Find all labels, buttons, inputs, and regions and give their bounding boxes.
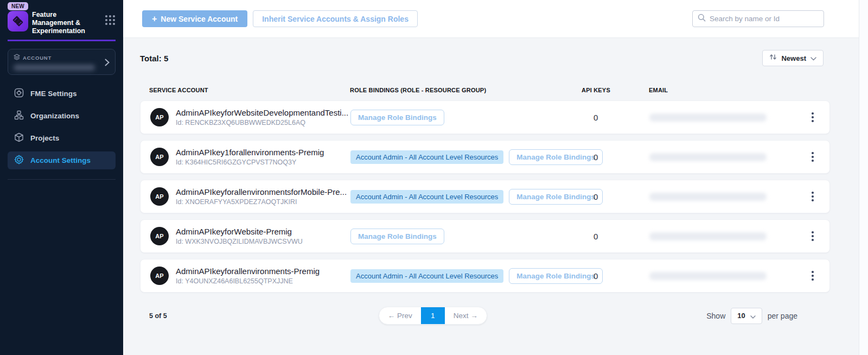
row-menu-kebab-icon[interactable] bbox=[803, 269, 822, 283]
sidebar-item-label: Account Settings bbox=[30, 156, 91, 164]
fme-logo-icon bbox=[8, 11, 28, 31]
sidebar-item-label: Organizations bbox=[30, 112, 79, 120]
right-edge-panel bbox=[859, 0, 868, 355]
chevron-right-icon bbox=[105, 59, 110, 68]
new-service-account-button[interactable]: + New Service Account bbox=[142, 10, 247, 27]
chevron-down-icon bbox=[810, 53, 816, 63]
service-account-id: Id: K364HIC5RI6GZGYCPVST7NOQ3Y bbox=[176, 159, 324, 166]
role-binding-badge: Account Admin - All Account Level Resour… bbox=[350, 269, 503, 283]
current-page-button[interactable]: 1 bbox=[421, 307, 445, 325]
sidebar-divider bbox=[8, 179, 116, 180]
toolbar: + New Service Account Inherit Service Ac… bbox=[123, 0, 868, 38]
row-menu-kebab-icon[interactable] bbox=[803, 189, 822, 204]
avatar: AP bbox=[150, 187, 169, 206]
sort-value: Newest bbox=[781, 54, 806, 62]
fme-settings-icon bbox=[14, 88, 24, 99]
table-row: AP AdminAPIkeyforallenvironments-Premig … bbox=[140, 259, 830, 293]
service-account-name: AdminAPIkeyforallenvironments-Premig bbox=[176, 267, 320, 276]
api-keys-count: 0 bbox=[582, 271, 649, 281]
role-binding-badge: Account Admin - All Account Level Resour… bbox=[350, 190, 503, 204]
manage-role-bindings-button[interactable]: Manage Role Bindings bbox=[350, 229, 444, 244]
column-header-role-bindings: ROLE BINDINGS (ROLE - RESOURCE GROUP) bbox=[350, 87, 582, 93]
sidebar-item-label: FME Settings bbox=[30, 90, 77, 98]
gear-icon bbox=[14, 155, 24, 166]
account-icon bbox=[14, 54, 20, 61]
service-account-name: AdminAPIkeyforWebsiteDevelopmentandTesti… bbox=[176, 108, 348, 117]
projects-icon bbox=[14, 132, 24, 144]
avatar: AP bbox=[150, 267, 169, 285]
sidebar-item-account-settings[interactable]: Account Settings bbox=[8, 151, 116, 169]
service-account-name: AdminAPIkeyforallenvironmentsforMobile-P… bbox=[176, 187, 347, 196]
per-page-label: per page bbox=[768, 312, 797, 320]
total-count: Total: 5 bbox=[140, 54, 168, 63]
sidebar: NEW Feature Management & Experimentation… bbox=[0, 0, 123, 355]
account-name-redacted bbox=[14, 65, 95, 71]
chevron-down-icon bbox=[750, 312, 756, 320]
table-row: AP AdminAPIkeyforallenvironmentsforMobil… bbox=[140, 180, 830, 213]
page-size-dropdown[interactable]: 10 bbox=[731, 308, 762, 324]
email-redacted bbox=[649, 153, 767, 161]
sidebar-item-fme-settings[interactable]: FME Settings bbox=[8, 85, 116, 103]
api-keys-count: 0 bbox=[582, 232, 649, 241]
sidebar-item-label: Projects bbox=[30, 134, 59, 142]
api-keys-count: 0 bbox=[582, 153, 649, 162]
account-label: ACCOUNT bbox=[23, 55, 52, 61]
search-input[interactable] bbox=[710, 15, 819, 23]
sort-dropdown[interactable]: Newest bbox=[762, 50, 824, 66]
page-size-value: 10 bbox=[737, 312, 745, 320]
main-panel: + New Service Account Inherit Service Ac… bbox=[123, 0, 868, 355]
inherit-service-accounts-button[interactable]: Inherit Service Accounts & Assign Roles bbox=[253, 10, 418, 27]
email-redacted bbox=[649, 113, 767, 122]
manage-role-bindings-button[interactable]: Manage Role Bindings bbox=[350, 110, 444, 125]
brand-header: NEW Feature Management & Experimentation bbox=[0, 0, 123, 35]
sidebar-item-organizations[interactable]: Organizations bbox=[8, 107, 116, 125]
brand-title: Feature Management & Experimentation bbox=[32, 11, 96, 35]
sidebar-nav: FME Settings Organizations Projects Acco… bbox=[0, 85, 123, 169]
sidebar-item-projects[interactable]: Projects bbox=[8, 129, 116, 147]
column-header-email: EMAIL bbox=[649, 87, 804, 93]
table-row: AP AdminAPIkeyforWebsiteDevelopmentandTe… bbox=[140, 100, 830, 134]
search-box[interactable] bbox=[692, 10, 824, 27]
service-account-id: Id: Y4OUNXZ46A6IBL6255QTPXJJNE bbox=[176, 277, 320, 285]
row-menu-kebab-icon[interactable] bbox=[803, 229, 822, 243]
avatar: AP bbox=[150, 148, 169, 166]
column-header-service-account: SERVICE ACCOUNT bbox=[149, 87, 350, 93]
row-menu-kebab-icon[interactable] bbox=[803, 150, 822, 164]
next-page-button[interactable]: Next → bbox=[445, 312, 487, 320]
email-redacted bbox=[649, 193, 767, 201]
service-account-name: AdminAPIkey1forallenvironments-Premig bbox=[176, 148, 324, 157]
pager: ← Prev 1 Next → bbox=[379, 307, 487, 325]
service-account-id: Id: WXK3NVOJBQZILIDMAVBJWCSVWU bbox=[176, 238, 303, 245]
new-badge: NEW bbox=[8, 2, 28, 10]
service-account-name: AdminAPIkeyforWebsite-Premig bbox=[176, 227, 303, 236]
organizations-icon bbox=[14, 110, 24, 122]
table-row: AP AdminAPIkey1forallenvironments-Premig… bbox=[140, 140, 830, 174]
avatar: AP bbox=[150, 227, 169, 245]
brand-divider bbox=[8, 40, 116, 41]
email-redacted bbox=[649, 232, 767, 240]
column-header-api-keys: API KEYS bbox=[582, 87, 649, 93]
api-keys-count: 0 bbox=[582, 113, 649, 122]
table-header: SERVICE ACCOUNT ROLE BINDINGS (ROLE - RE… bbox=[140, 87, 830, 93]
service-account-id: Id: XNOERAFYYA5XPDEZ7AOQTJKIRI bbox=[176, 198, 347, 206]
account-selector[interactable]: ACCOUNT bbox=[8, 49, 116, 75]
table-row: AP AdminAPIkeyforWebsite-Premig Id: WXK3… bbox=[140, 219, 830, 253]
service-accounts-content: Total: 5 Newest SERVICE ACCOUNT ROLE BIN… bbox=[140, 50, 830, 325]
email-redacted bbox=[649, 272, 767, 280]
sort-arrows-icon bbox=[769, 53, 777, 63]
api-keys-count: 0 bbox=[582, 192, 649, 201]
app-grid-icon[interactable] bbox=[105, 15, 116, 26]
prev-page-button[interactable]: ← Prev bbox=[379, 312, 421, 320]
row-menu-kebab-icon[interactable] bbox=[803, 110, 822, 124]
role-binding-badge: Account Admin - All Account Level Resour… bbox=[350, 150, 503, 164]
show-label: Show bbox=[706, 312, 725, 320]
search-icon bbox=[698, 14, 706, 24]
pagination-count: 5 of 5 bbox=[140, 312, 167, 320]
plus-icon: + bbox=[152, 14, 157, 24]
avatar: AP bbox=[150, 108, 169, 126]
service-account-id: Id: RENCKBZ3XQ6UBBWWEDKD25L6AQ bbox=[176, 119, 348, 126]
pagination-bar: 5 of 5 ← Prev 1 Next → Show 10 per page bbox=[140, 307, 830, 325]
